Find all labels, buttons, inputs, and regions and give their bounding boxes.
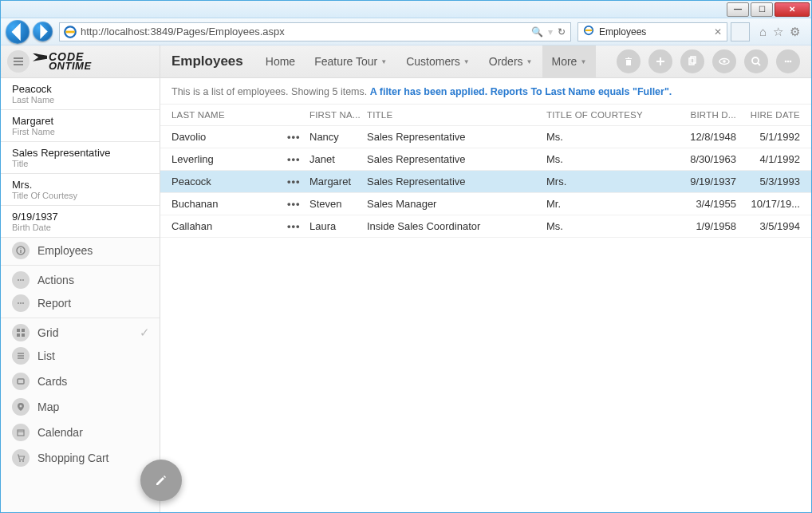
browser-tab[interactable]: Employees ✕ (577, 22, 727, 41)
sidebar-detail[interactable]: Sales RepresentativeTitle (1, 142, 160, 174)
view-button[interactable] (712, 49, 736, 73)
logo-line2: ONTIME (49, 61, 92, 71)
menu-home[interactable]: Home (256, 45, 305, 78)
sidebar-detail[interactable]: 9/19/1937Birth Date (1, 206, 160, 238)
data-grid: LAST NAME FIRST NA... TITLE TITLE OF COU… (160, 104, 811, 512)
cell-hire-date: 10/17/19... (744, 198, 800, 210)
hamburger-button[interactable] (7, 50, 30, 73)
calendar-icon (12, 424, 30, 441)
sidebar-detail[interactable]: Mrs.Title Of Courtesy (1, 174, 160, 206)
sidebar-item-grid[interactable]: Grid (1, 318, 160, 343)
window-close-button[interactable] (775, 2, 810, 17)
trash-button[interactable] (617, 49, 641, 73)
row-actions-icon[interactable]: ••• (287, 176, 309, 187)
cell-title-of-courtesy: Mr. (546, 198, 674, 210)
browser-back-button[interactable] (6, 20, 30, 44)
detail-label: Last Name (12, 95, 148, 105)
window-frame: 🔍 ▾ ↻ Employees ✕ ⌂ ☆ ⚙ (0, 0, 812, 513)
svg-rect-12 (22, 333, 25, 337)
row-actions-icon[interactable]: ••• (287, 198, 309, 210)
new-tab-button[interactable] (731, 22, 750, 41)
page-title: Employees (171, 53, 243, 69)
svg-point-3 (18, 279, 19, 281)
svg-rect-11 (17, 333, 20, 337)
filter-link[interactable]: A filter has been applied. Reports To La… (370, 86, 672, 97)
cards-icon (12, 373, 30, 390)
detail-value: Mrs. (12, 179, 148, 191)
detail-label: Title Of Courtesy (12, 191, 148, 200)
col-title-of-courtesy[interactable]: TITLE OF COURTESY (546, 110, 674, 120)
sidebar-item-calendar[interactable]: Calendar (1, 420, 160, 445)
col-hire-date[interactable]: HIRE DATE (744, 110, 800, 120)
fab-edit-button[interactable] (140, 460, 182, 501)
address-bar[interactable]: 🔍 ▾ ↻ (59, 22, 571, 41)
svg-rect-18 (689, 58, 694, 65)
dots-icon (12, 271, 30, 289)
svg-point-8 (22, 302, 24, 304)
brand-logo: CODE ONTIME (33, 52, 92, 71)
table-row[interactable]: Buchanan•••StevenSales ManagerMr.3/4/195… (160, 193, 811, 215)
table-row[interactable]: Peacock•••MargaretSales RepresentativeMr… (160, 171, 811, 193)
sidebar-item-employees[interactable]: Employees (1, 238, 160, 263)
sidebar-item-map[interactable]: Map (1, 394, 160, 420)
sidebar-item-cart[interactable]: Shopping Cart (1, 445, 160, 471)
col-last-name[interactable]: LAST NAME (171, 110, 287, 120)
window-minimize-button[interactable] (727, 2, 749, 17)
sidebar-item-label: Actions (37, 274, 74, 286)
sidebar-detail[interactable]: PeacockLast Name (1, 78, 160, 110)
row-actions-icon[interactable]: ••• (287, 220, 309, 232)
row-actions-icon[interactable]: ••• (287, 153, 309, 165)
ie-icon (583, 25, 594, 38)
row-actions-icon[interactable]: ••• (287, 131, 309, 143)
cell-last-name: Peacock (171, 176, 287, 187)
info-text: This is a list of employees. Showing 5 i… (171, 86, 370, 97)
info-bar: This is a list of employees. Showing 5 i… (160, 78, 811, 104)
cell-title: Sales Representative (367, 176, 546, 187)
svg-point-16 (19, 460, 21, 462)
col-birth-date[interactable]: BIRTH D... (674, 110, 744, 120)
cell-title-of-courtesy: Ms. (546, 131, 674, 143)
cell-hire-date: 5/1/1992 (744, 131, 800, 143)
menu-feature-tour[interactable]: Feature Tour▼ (305, 45, 396, 78)
copy-button[interactable] (680, 49, 704, 73)
main-panel: Employees Home Feature Tour▼ Customers▼ … (160, 45, 811, 512)
refresh-icon[interactable]: ↻ (558, 26, 566, 37)
browser-navbar: 🔍 ▾ ↻ Employees ✕ ⌂ ☆ ⚙ (1, 18, 811, 45)
menu-customers[interactable]: Customers▼ (396, 45, 479, 78)
svg-point-6 (18, 302, 19, 304)
table-row[interactable]: Callahan•••LauraInside Sales Coordinator… (160, 215, 811, 238)
grid-header: LAST NAME FIRST NA... TITLE TITLE OF COU… (160, 104, 811, 126)
svg-point-5 (22, 279, 24, 281)
sidebar-item-report[interactable]: Report (1, 290, 160, 316)
window-maximize-button[interactable] (751, 2, 773, 17)
add-button[interactable] (648, 49, 672, 73)
table-row[interactable]: Leverling•••JanetSales RepresentativeMs.… (160, 148, 811, 171)
svg-rect-10 (22, 329, 25, 332)
search-button[interactable] (744, 49, 768, 73)
sidebar-item-actions[interactable]: Actions (1, 265, 160, 290)
browser-forward-button[interactable] (33, 22, 53, 41)
cell-first-name: Janet (309, 153, 367, 165)
tab-close-icon[interactable]: ✕ (714, 26, 722, 37)
sidebar-item-cards[interactable]: Cards (1, 369, 160, 394)
cell-last-name: Callahan (171, 220, 287, 232)
sidebar-item-label: Map (37, 401, 59, 413)
cell-birth-date: 8/30/1963 (674, 153, 744, 165)
col-first-name[interactable]: FIRST NA... (309, 110, 367, 120)
home-icon[interactable]: ⌂ (759, 25, 767, 39)
cell-title-of-courtesy: Ms. (546, 153, 674, 165)
svg-point-23 (785, 61, 787, 63)
tools-icon[interactable]: ⚙ (790, 25, 800, 39)
menu-orders[interactable]: Orders▼ (479, 45, 542, 78)
cell-birth-date: 9/19/1937 (674, 176, 744, 187)
ie-icon (63, 25, 77, 39)
sidebar-detail[interactable]: MargaretFirst Name (1, 110, 160, 142)
col-title[interactable]: TITLE (367, 110, 546, 120)
table-row[interactable]: Davolio•••NancySales RepresentativeMs.12… (160, 126, 811, 148)
favorites-icon[interactable]: ☆ (773, 25, 783, 39)
sidebar-item-list[interactable]: List (1, 343, 160, 369)
menu-more[interactable]: More▼ (542, 45, 597, 78)
more-button[interactable] (776, 49, 800, 73)
search-icon[interactable]: 🔍 (531, 26, 543, 37)
url-input[interactable] (81, 23, 526, 41)
